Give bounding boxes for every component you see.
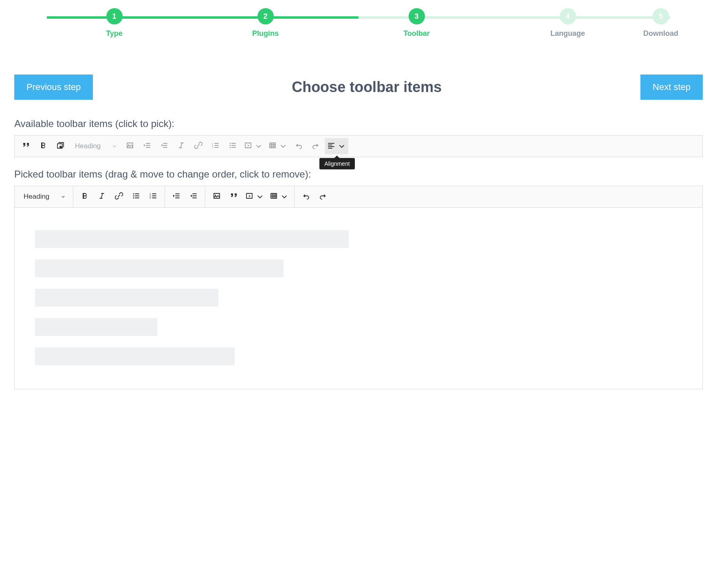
- italic-button[interactable]: [173, 138, 189, 154]
- editor-canvas[interactable]: [14, 207, 703, 389]
- table-icon: [268, 141, 277, 151]
- bold-icon: [81, 192, 89, 202]
- bulleted-list-icon: [229, 141, 237, 151]
- italic-icon: [177, 141, 185, 151]
- step-line-1-2: [47, 16, 199, 19]
- step-circle: 3: [409, 8, 425, 24]
- blockquote-button[interactable]: [226, 189, 242, 205]
- available-toolbar: HeadingAlignment: [14, 135, 703, 157]
- heading-dropdown-label: Heading: [24, 193, 49, 201]
- placeholder-line: [35, 289, 218, 307]
- numbered-list-button[interactable]: [145, 189, 161, 205]
- bulleted-list-button[interactable]: [224, 138, 241, 154]
- bulleted-list-button[interactable]: [128, 189, 144, 205]
- bold-icon: [39, 141, 47, 151]
- picked-label: Picked toolbar items (drag & move to cha…: [14, 169, 703, 180]
- outdent-icon: [160, 141, 168, 151]
- alignment-button[interactable]: [325, 138, 348, 154]
- placeholder-line: [35, 259, 284, 277]
- indent-button[interactable]: [139, 138, 155, 154]
- heading-dropdown[interactable]: Heading: [69, 138, 121, 154]
- heading-dropdown[interactable]: Heading: [18, 189, 70, 205]
- italic-button[interactable]: [94, 189, 110, 205]
- toolbar-separator: [165, 186, 165, 207]
- undo-button[interactable]: [298, 189, 314, 205]
- page-title: Choose toolbar items: [292, 79, 442, 96]
- step-line-2-3: [199, 16, 359, 19]
- step-toolbar[interactable]: 3 Toolbar: [341, 8, 492, 38]
- toolbar-separator: [294, 186, 295, 207]
- step-label: Toolbar: [403, 29, 430, 38]
- link-button[interactable]: [190, 138, 207, 154]
- bold-button[interactable]: [77, 189, 93, 205]
- heading-dropdown-label: Heading: [75, 142, 101, 150]
- blockquote-icon: [230, 192, 238, 202]
- step-line-3-4: [358, 16, 519, 19]
- bulleted-list-icon: [132, 192, 140, 202]
- step-label: Download: [643, 29, 678, 38]
- undo-icon: [302, 192, 310, 202]
- redo-icon: [312, 141, 320, 151]
- step-circle: 5: [653, 8, 669, 24]
- italic-icon: [98, 192, 106, 202]
- toolbar-separator: [205, 186, 205, 207]
- outdent-icon: [189, 192, 198, 202]
- available-label: Available toolbar items (click to pick):: [14, 118, 703, 129]
- link-button[interactable]: [111, 189, 127, 205]
- picked-toolbar: Heading: [14, 186, 703, 207]
- placeholder-line: [35, 347, 235, 365]
- placeholder-line: [35, 318, 157, 336]
- next-step-button[interactable]: Next step: [640, 75, 703, 100]
- redo-icon: [319, 192, 327, 202]
- table-button[interactable]: [266, 138, 290, 154]
- blockquote-icon: [22, 141, 30, 151]
- image-icon: [126, 141, 134, 151]
- numbered-list-icon: [149, 192, 157, 202]
- media-embed-icon: [244, 141, 252, 151]
- step-label: Type: [106, 29, 123, 38]
- step-circle: 4: [560, 8, 576, 24]
- indent-icon: [172, 192, 180, 202]
- image-icon: [213, 192, 221, 202]
- media-browser-icon: [56, 141, 64, 151]
- step-circle: 1: [106, 8, 123, 24]
- redo-button[interactable]: [315, 189, 331, 205]
- alignment-icon: [327, 141, 335, 151]
- toolbar-separator: [73, 186, 73, 207]
- step-type[interactable]: 1 Type: [39, 8, 190, 38]
- numbered-list-button[interactable]: [207, 138, 224, 154]
- numbered-list-icon: [211, 141, 220, 151]
- table-icon: [270, 192, 278, 202]
- placeholder-line: [35, 230, 349, 248]
- media-browser-button[interactable]: [52, 138, 68, 154]
- media-embed-button[interactable]: [242, 138, 265, 154]
- step-language[interactable]: 4 Language: [492, 8, 643, 38]
- indent-button[interactable]: [168, 189, 185, 205]
- media-embed-button[interactable]: [243, 189, 266, 205]
- table-button[interactable]: [267, 189, 291, 205]
- previous-step-button[interactable]: Previous step: [14, 75, 93, 100]
- stepper: 1 Type 2 Plugins 3 Toolbar 4 Language 5 …: [39, 8, 678, 38]
- step-label: Language: [550, 29, 585, 38]
- bold-button[interactable]: [35, 138, 51, 154]
- step-circle: 2: [257, 8, 274, 24]
- undo-icon: [295, 141, 303, 151]
- header-row: Previous step Choose toolbar items Next …: [14, 75, 703, 100]
- step-plugins[interactable]: 2 Plugins: [190, 8, 341, 38]
- link-icon: [194, 141, 202, 151]
- blockquote-button[interactable]: [18, 138, 34, 154]
- indent-icon: [143, 141, 151, 151]
- step-line-4-5: [519, 16, 671, 19]
- image-button[interactable]: [209, 189, 225, 205]
- outdent-button[interactable]: [185, 189, 202, 205]
- image-button[interactable]: [122, 138, 138, 154]
- media-embed-icon: [245, 192, 253, 202]
- step-label: Plugins: [252, 29, 279, 38]
- tooltip: Alignment: [319, 158, 354, 169]
- redo-button[interactable]: [308, 138, 324, 154]
- undo-button[interactable]: [290, 138, 307, 154]
- outdent-button[interactable]: [156, 138, 172, 154]
- link-icon: [115, 192, 123, 202]
- step-download[interactable]: 5 Download: [643, 8, 678, 38]
